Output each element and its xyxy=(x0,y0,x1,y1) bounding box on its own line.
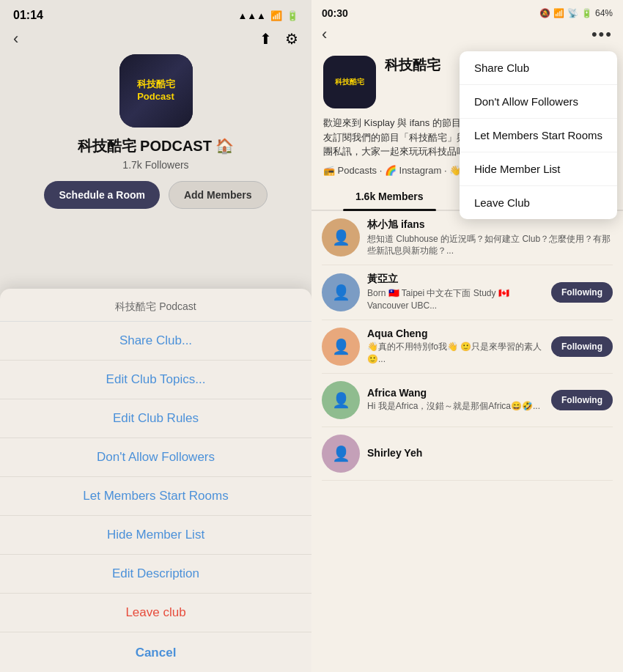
right-back-icon[interactable]: ‹ xyxy=(322,25,327,44)
action-edit-topics[interactable]: Edit Club Topics... xyxy=(0,361,312,399)
member-item: 👤 Shirley Yeh xyxy=(322,427,613,481)
avatar: 👤 xyxy=(322,435,360,473)
mute-icon: 🔕 xyxy=(539,8,550,18)
right-nav-bar: ‹ ••• xyxy=(312,22,623,50)
dropdown-leave-club[interactable]: Leave Club xyxy=(460,186,617,219)
left-status-icons: ▲▲▲ 📶 🔋 xyxy=(237,10,298,21)
avatar: 👤 xyxy=(322,381,360,419)
member-info: Aqua Cheng 👋真的不用特別fo我👋 🙂只是來學習的素人🙂... xyxy=(367,328,544,366)
member-item: 👤 Africa Wang Hi 我是Africa，沒錯～就是那個Africa😄… xyxy=(322,374,613,427)
settings-icon[interactable]: ⚙ xyxy=(285,30,298,48)
action-sheet: 科技酷宅 Podcast Share Club... Edit Club Top… xyxy=(0,289,312,672)
left-nav-bar: ‹ ⬆ ⚙ xyxy=(0,26,312,54)
action-let-members[interactable]: Let Members Start Rooms xyxy=(0,477,312,516)
more-menu-icon[interactable]: ••• xyxy=(591,25,613,44)
signal-icon: ▲▲▲ xyxy=(237,10,266,21)
battery-right-icon: 🔋 xyxy=(581,8,592,18)
action-edit-rules[interactable]: Edit Club Rules xyxy=(0,399,312,438)
member-name: Aqua Cheng xyxy=(367,328,544,339)
right-status-bar: 00:30 🔕 📶 📡 🔋 64% xyxy=(312,0,623,22)
member-name: Shirley Yeh xyxy=(367,447,613,459)
member-name: Africa Wang xyxy=(367,387,544,399)
tab-members[interactable]: 1.6k Members xyxy=(312,183,468,210)
following-button[interactable]: Following xyxy=(551,390,613,410)
wifi-icon: 📶 xyxy=(270,10,282,21)
club-logo: 科技酷宅Podcast xyxy=(119,54,193,128)
add-members-button[interactable]: Add Members xyxy=(169,181,268,209)
left-nav-right: ⬆ ⚙ xyxy=(259,30,298,48)
club-followers: 1.7k Followers xyxy=(122,159,188,171)
right-time: 00:30 xyxy=(322,7,348,19)
dropdown-hide-members[interactable]: Hide Member List xyxy=(460,152,617,186)
member-item: 👤 Aqua Cheng 👋真的不用特別fo我👋 🙂只是來學習的素人🙂... F… xyxy=(322,320,613,374)
member-item: 👤 黃亞立 Born 🇹🇼 Taipei 中文在下面 Study 🇨🇦 Vanc… xyxy=(322,265,613,320)
member-info: Africa Wang Hi 我是Africa，沒錯～就是那個Africa😄🤣.… xyxy=(367,387,544,413)
wifi-icon: 📡 xyxy=(567,8,578,18)
member-desc: 想知道 Clubhouse 的近況嗎？如何建立 Club？怎麼使用？有那些新訊息… xyxy=(367,233,613,258)
action-no-followers[interactable]: Don't Allow Followers xyxy=(0,438,312,477)
avatar: 👤 xyxy=(322,218,360,256)
dropdown-no-followers[interactable]: Don't Allow Followers xyxy=(460,85,617,119)
member-name: 黃亞立 xyxy=(367,273,544,286)
avatar: 👤 xyxy=(322,328,360,366)
share-icon[interactable]: ⬆ xyxy=(259,30,272,48)
signal-icon: 📶 xyxy=(553,8,564,18)
battery-percent: 64% xyxy=(595,8,613,18)
member-info: 林小旭 ifans 想知道 Clubhouse 的近況嗎？如何建立 Club？怎… xyxy=(367,218,613,258)
dropdown-let-members[interactable]: Let Members Start Rooms xyxy=(460,119,617,152)
schedule-room-button[interactable]: Schedule a Room xyxy=(44,181,159,209)
action-share-club[interactable]: Share Club... xyxy=(0,322,312,361)
left-panel: 01:14 ▲▲▲ 📶 🔋 ‹ ⬆ ⚙ 科技酷宅Podcast 科技酷宅 POD… xyxy=(0,0,312,672)
left-status-bar: 01:14 ▲▲▲ 📶 🔋 xyxy=(0,0,312,26)
back-icon[interactable]: ‹ xyxy=(13,29,18,48)
following-button[interactable]: Following xyxy=(551,336,613,357)
member-info: Shirley Yeh xyxy=(367,447,613,460)
member-desc: Born 🇹🇼 Taipei 中文在下面 Study 🇨🇦 Vancouver … xyxy=(367,287,544,312)
action-edit-desc[interactable]: Edit Description xyxy=(0,555,312,594)
dropdown-share-club[interactable]: Share Club xyxy=(460,51,617,85)
club-avatar-right: 科技酷宅 xyxy=(323,56,376,108)
member-name: 林小旭 ifans xyxy=(367,218,613,232)
left-time: 01:14 xyxy=(13,9,43,22)
members-list: 👤 林小旭 ifans 想知道 Clubhouse 的近況嗎？如何建立 Club… xyxy=(312,211,623,673)
avatar: 👤 xyxy=(322,273,360,311)
member-desc: 👋真的不用特別fo我👋 🙂只是來學習的素人🙂... xyxy=(367,341,544,366)
member-desc: Hi 我是Africa，沒錯～就是那個Africa😄🤣... xyxy=(367,400,544,413)
action-cancel[interactable]: Cancel xyxy=(0,634,312,672)
battery-icon: 🔋 xyxy=(287,10,298,21)
action-hide-members[interactable]: Hide Member List xyxy=(0,516,312,555)
right-status-icons: 🔕 📶 📡 🔋 64% xyxy=(539,8,613,18)
following-button[interactable]: Following xyxy=(551,282,613,303)
member-info: 黃亞立 Born 🇹🇼 Taipei 中文在下面 Study 🇨🇦 Vancou… xyxy=(367,273,544,312)
action-sheet-title: 科技酷宅 Podcast xyxy=(0,289,312,322)
action-leave-club[interactable]: Leave club xyxy=(0,594,312,632)
club-name-right: 科技酷宅 xyxy=(385,56,440,75)
dropdown-menu: Share Club Don't Allow Followers Let Mem… xyxy=(460,51,617,219)
right-panel: 00:30 🔕 📶 📡 🔋 64% ‹ ••• Share Club Don't… xyxy=(312,0,623,672)
action-buttons: Schedule a Room Add Members xyxy=(44,181,267,209)
club-name: 科技酷宅 PODCAST 🏠 xyxy=(78,136,235,156)
